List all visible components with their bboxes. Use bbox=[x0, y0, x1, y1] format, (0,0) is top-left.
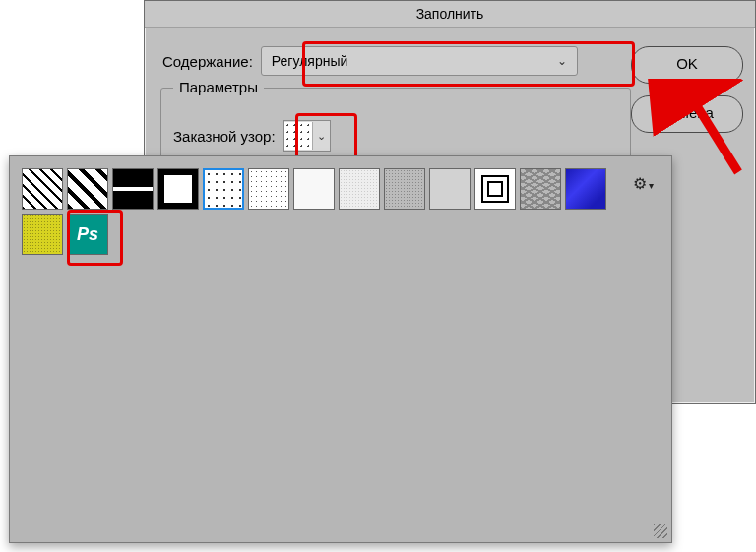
pattern-grid: Ps bbox=[20, 166, 650, 257]
pattern-picker[interactable]: ⌄ bbox=[284, 120, 331, 152]
pattern-swatch-diag-thin[interactable] bbox=[22, 168, 63, 210]
pattern-swatch-ps-logo[interactable]: Ps bbox=[67, 214, 108, 255]
content-label: Содержание: bbox=[162, 53, 253, 70]
pattern-swatch-small-dots[interactable] bbox=[248, 168, 289, 210]
content-value: Регулярный bbox=[272, 53, 347, 69]
ok-button[interactable]: OK bbox=[631, 46, 743, 84]
resize-handle-icon[interactable] bbox=[654, 524, 667, 538]
pattern-swatch-wavy[interactable] bbox=[520, 168, 561, 210]
dialog-title: Заполнить bbox=[145, 1, 755, 28]
fieldset-legend: Параметры bbox=[173, 79, 264, 95]
pattern-swatch-concentric[interactable] bbox=[474, 168, 516, 210]
cancel-button[interactable]: Отмена bbox=[631, 95, 743, 133]
pattern-thumb bbox=[284, 122, 313, 150]
pattern-swatch-gray-noise[interactable] bbox=[384, 168, 425, 210]
pattern-swatch-yellow[interactable] bbox=[22, 214, 63, 255]
pattern-swatch-h-stripe[interactable] bbox=[112, 168, 154, 210]
pattern-swatch-dots[interactable] bbox=[203, 168, 244, 210]
pattern-panel: ⚙▾ Ps bbox=[9, 155, 672, 543]
pattern-row: Заказной узор: ⌄ bbox=[173, 120, 331, 152]
pattern-swatch-white[interactable] bbox=[293, 168, 335, 210]
pattern-swatch-blue[interactable] bbox=[565, 168, 606, 210]
content-row: Содержание: Регулярный ⌄ bbox=[162, 46, 578, 76]
pattern-swatch-diag-thick[interactable] bbox=[67, 168, 108, 210]
pattern-swatch-light-noise[interactable] bbox=[339, 168, 380, 210]
chevron-down-icon: ⌄ bbox=[313, 130, 330, 143]
pattern-swatch-light-gray[interactable] bbox=[429, 168, 471, 210]
content-select[interactable]: Регулярный ⌄ bbox=[261, 46, 578, 76]
pattern-swatch-frame[interactable] bbox=[158, 168, 199, 210]
chevron-down-icon: ⌄ bbox=[557, 54, 567, 68]
pattern-label: Заказной узор: bbox=[173, 128, 276, 145]
